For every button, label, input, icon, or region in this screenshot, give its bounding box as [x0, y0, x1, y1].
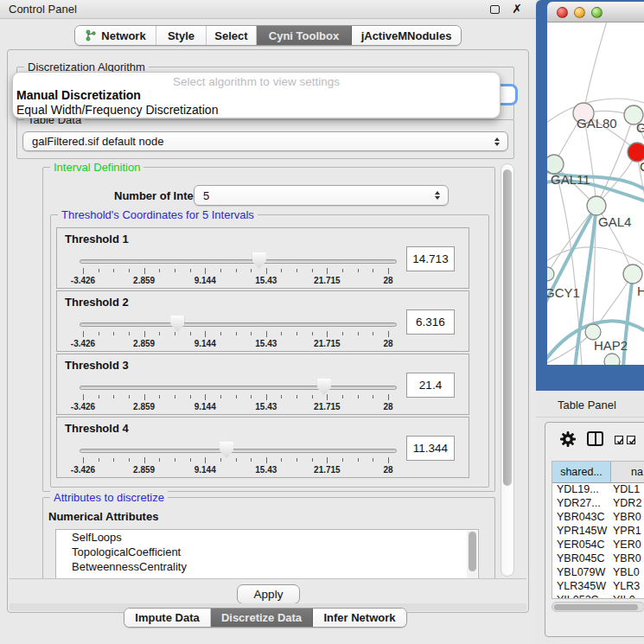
threshold-slider[interactable]: -3.4262.8599.14415.4321.71528 — [73, 375, 397, 413]
minimize-traffic-light-icon[interactable] — [574, 7, 585, 18]
slider-tick — [236, 458, 237, 462]
numerical-attributes-list[interactable]: SelfLoopsTopologicalCoefficientBetweenne… — [55, 529, 479, 578]
slider-tick — [159, 458, 160, 462]
slider-tick — [175, 395, 175, 399]
slider-tick-label: 28 — [383, 402, 392, 411]
dropdown-placeholder-item[interactable]: Select algorithm to view settings — [13, 75, 500, 88]
GAL11-node[interactable] — [547, 155, 564, 174]
slider-tick — [373, 458, 373, 462]
numerical-attributes-label: Numerical Attributes — [48, 510, 158, 523]
tab-style[interactable]: Style — [156, 26, 207, 45]
slider-tick — [190, 269, 191, 272]
threshold-slider[interactable]: -3.4262.8599.14415.4321.71528 — [73, 249, 397, 287]
slider-tick — [99, 332, 99, 335]
apply-button[interactable]: Apply — [237, 584, 300, 604]
split-column-icon[interactable] — [587, 431, 603, 446]
table-data-combobox[interactable]: galFiltered.sif default node — [22, 131, 508, 151]
tab-impute-data[interactable]: Impute Data — [124, 609, 211, 627]
slider-tick — [205, 268, 206, 274]
threshold-value-field[interactable]: 14.713 — [406, 246, 455, 271]
column-header-shared-name[interactable]: shared... — [552, 462, 611, 483]
slider-tick — [113, 332, 114, 335]
cell-name: YDR2 — [611, 497, 644, 511]
tab-select[interactable]: Select — [207, 26, 257, 45]
scrollbar-thumb[interactable] — [554, 604, 638, 610]
tab-network[interactable]: Network — [75, 26, 156, 45]
group-title: Threshold's Coordinates for 5 Intervals — [58, 208, 258, 221]
settings-vertical-scrollbar[interactable] — [501, 163, 514, 577]
table-row[interactable]: YBR045CYBR0 — [552, 552, 644, 566]
slider-tick — [83, 268, 84, 274]
threshold-slider[interactable]: -3.4262.8599.14415.4321.71528 — [73, 312, 397, 350]
slider-track[interactable] — [80, 259, 397, 264]
threshold-value-field[interactable]: 6.316 — [406, 309, 455, 335]
table-rows: YDL19...YDL1YDR27...YDR2YBR043CYBR0YPR14… — [552, 483, 644, 599]
tab-label: Impute Data — [135, 611, 199, 624]
GAL4-node[interactable] — [587, 196, 606, 215]
slider-tick-label: 2.859 — [133, 402, 155, 411]
table-row[interactable]: YDL19...YDL1 — [552, 483, 644, 497]
tab-jactivemnodules[interactable]: jActiveMNodules — [352, 26, 461, 45]
slider-track[interactable] — [80, 386, 397, 390]
slider-thumb[interactable] — [170, 316, 184, 332]
close-icon[interactable]: ✗ — [512, 2, 522, 16]
tab-label: Select — [214, 29, 247, 42]
slider-thumb[interactable] — [317, 379, 331, 395]
close-traffic-light-icon[interactable] — [557, 7, 568, 18]
threshold-value-field[interactable]: 21.4 — [406, 373, 455, 398]
attributes-list-scrollbar[interactable] — [467, 531, 477, 578]
tab-infer-network[interactable]: Infer Network — [313, 609, 406, 627]
slider-tick — [236, 332, 237, 335]
tab-discretize-data[interactable]: Discretize Data — [211, 609, 313, 627]
H-node[interactable] — [623, 265, 642, 284]
slider-tick — [388, 331, 389, 337]
cell-shared-name: YIL052C — [552, 594, 611, 599]
slider-tick — [296, 332, 297, 335]
table-row[interactable]: YLR345WYLR3 — [552, 580, 644, 594]
attribute-list-item[interactable]: SelfLoops — [56, 530, 478, 545]
zoom-traffic-light-icon[interactable] — [591, 7, 603, 18]
cell-shared-name: YLR345W — [552, 580, 611, 594]
slider-tick — [175, 332, 175, 335]
scrollbar-thumb[interactable] — [503, 169, 512, 486]
table-row[interactable]: YER054CYER0 — [552, 539, 644, 552]
checkbox-checked-icon[interactable] — [615, 436, 623, 444]
node-label-GAL4: GAL4 — [598, 214, 631, 229]
GCY1-node[interactable] — [547, 267, 554, 281]
dropdown-item-manual[interactable]: Manual Discretization — [13, 88, 500, 103]
slider-tick — [113, 458, 114, 462]
slider-tick — [144, 457, 145, 463]
scrollbar-thumb[interactable] — [469, 532, 476, 571]
slider-tick — [83, 394, 84, 400]
float-window-icon[interactable] — [490, 5, 500, 14]
threshold-label: Threshold 4 — [65, 422, 129, 435]
slider-thumb[interactable] — [220, 442, 233, 458]
table-row[interactable]: YIL052CYIL0 — [552, 594, 644, 599]
bottom-node[interactable] — [604, 354, 620, 365]
slider-tick — [342, 458, 343, 462]
slider-tick — [190, 458, 191, 462]
network-canvas[interactable]: GAL80GACGAL11GAL4GCY1HHAP2 — [547, 22, 644, 365]
table-horizontal-scrollbar[interactable] — [552, 602, 644, 612]
table-row[interactable]: YPR145WYPR1 — [552, 525, 644, 539]
slider-thumb[interactable] — [252, 252, 266, 269]
gear-icon[interactable] — [559, 430, 577, 448]
threshold-value-field[interactable]: 11.344 — [406, 436, 455, 461]
table-row[interactable]: YBL079WYBL0 — [552, 566, 644, 580]
slider-track[interactable] — [80, 322, 397, 327]
attribute-list-item[interactable]: TopologicalCoefficient — [56, 545, 478, 559]
threshold-slider[interactable]: -3.4262.8599.14415.4321.71528 — [73, 438, 397, 476]
attribute-list-item[interactable]: BetweennessCentrality — [56, 559, 478, 574]
cyni-toolbox-panel: Discretization Algorithm Select algorith… — [7, 49, 529, 613]
checkbox-checked-icon[interactable] — [627, 436, 635, 444]
dropdown-item-equal-width[interactable]: Equal Width/Frequency Discretization — [13, 103, 500, 118]
slider-track[interactable] — [80, 449, 397, 453]
table-row[interactable]: YDR27...YDR2 — [552, 497, 644, 511]
column-header-name[interactable]: na — [611, 462, 644, 483]
slider-tick — [113, 395, 114, 399]
table-row[interactable]: YBR043CYBR0 — [552, 511, 644, 525]
threshold-list: Threshold 1-3.4262.8599.14415.4321.71528… — [56, 227, 469, 480]
tab-cyni-toolbox[interactable]: Cyni Toolbox — [257, 26, 352, 45]
cell-name: YBL0 — [611, 566, 644, 580]
number-of-intervals-combobox[interactable]: 5 — [194, 185, 449, 206]
